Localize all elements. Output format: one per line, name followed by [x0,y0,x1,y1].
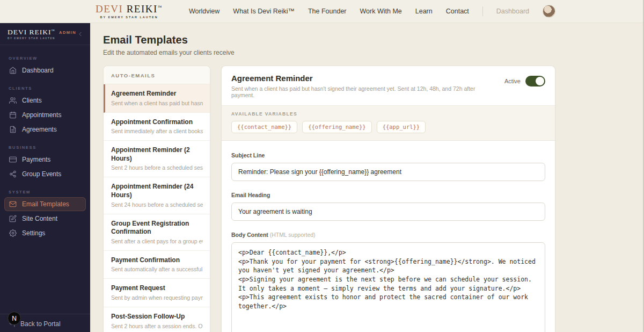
template-title: Agreement Reminder [111,90,203,98]
subject-line-input[interactable] [231,163,545,181]
site-logo-tagline: BY EMERY STAR LAUTEN [100,16,158,19]
template-item-payment-request[interactable]: Payment Request Sent by admin when reque… [104,279,210,307]
editor-description: Sent when a client has paid but hasn't s… [231,85,494,98]
sidebar-item-label: Settings [22,229,45,237]
sidebar-item-group-events[interactable]: Group Events [4,167,86,181]
editor-header: Agreement Reminder Sent when a client ha… [222,66,555,105]
sidebar-section-business: BUSINESS [9,145,82,150]
template-title: Group Event Registration Confirmation [111,220,203,236]
calendar-icon [9,111,17,119]
sidebar-section-system: SYSTEM [9,190,82,194]
variable-chip-offering-name[interactable]: {{offering_name}} [302,121,371,133]
site-logo[interactable]: DEVI REIKI™ BY EMERY STAR LAUTEN [96,4,163,19]
gear-icon [9,229,17,237]
template-editor-panel: Agreement Reminder Sent when a client ha… [221,66,555,332]
template-title: Appointment Confirmation [111,118,203,127]
auto-emails-header: AUTO-EMAILS [104,66,210,84]
sidebar-item-settings[interactable]: Settings [4,226,86,240]
nextjs-dev-badge[interactable]: N [8,312,21,325]
mail-icon [9,200,17,208]
sidebar-item-appointments[interactable]: Appointments [4,108,86,122]
sidebar-item-agreements[interactable]: Agreements [4,122,86,136]
active-toggle[interactable] [525,76,545,86]
sidebar-item-label: Email Templates [22,200,69,208]
template-desc: Sent 2 hours before a scheduled session. [111,164,203,171]
site-topbar: DEVI REIKI™ BY EMERY STAR LAUTEN Worldvi… [0,0,644,23]
template-title: Payment Confirmation [111,256,203,265]
sidebar-collapse-button[interactable] [77,31,84,38]
sidebar-item-label: Group Events [22,170,61,178]
template-item-agreement-reminder[interactable]: Agreement Reminder Sent when a client ha… [104,84,210,113]
credit-card-icon [9,156,17,163]
nav-what-is-devi-reiki[interactable]: What Is Devi Reiki™ [233,8,295,15]
available-variables-label: AVAILABLE VARIABLES [231,111,545,117]
sidebar-item-email-templates[interactable]: Email Templates [4,197,86,211]
email-heading-label: Email Heading [231,192,270,198]
share-icon [9,170,17,178]
nav-worldview[interactable]: Worldview [189,8,219,15]
sidebar-item-label: Clients [22,97,42,104]
sidebar-nav: OVERVIEW Dashboard CLIENTS Clients Appoi… [0,45,90,243]
template-item-payment-confirmation[interactable]: Payment Confirmation Sent automatically … [104,251,210,279]
user-avatar[interactable] [543,5,555,18]
site-nav: Worldview What Is Devi Reiki™ The Founde… [189,5,555,18]
nav-contact[interactable]: Contact [446,8,469,15]
toggle-knob [536,77,544,85]
subject-line-label: Subject Line [231,152,265,158]
nav-dashboard[interactable]: Dashboard [496,8,529,15]
body-content-hint: (HTML supported) [270,232,316,238]
nav-divider [482,6,483,16]
page-subtitle: Edit the automated emails your clients r… [103,49,555,56]
template-desc: Sent when a client has paid but hasn't… [111,100,203,106]
sidebar-item-label: Agreements [22,126,57,133]
email-heading-input[interactable] [231,203,545,221]
sidebar-logo-wordmark: DEVI REIKI™ [8,28,55,36]
body-content-textarea[interactable]: <p>Dear {{contact_name}},</p> <p>Thank y… [231,242,545,332]
chevron-left-icon [77,31,84,38]
template-item-appointment-reminder-2h[interactable]: Appointment Reminder (2 Hours) Sent 2 ho… [104,141,210,177]
template-title: Payment Request [111,284,203,293]
sidebar-item-label: Site Content [22,215,57,222]
sidebar-item-label: Payments [22,156,50,163]
available-variables-bar: AVAILABLE VARIABLES {{contact_name}} {{o… [222,105,555,141]
main-content: Email Templates Edit the automated email… [90,23,644,332]
template-title: Post-Session Follow-Up [111,313,203,321]
template-desc: Sent after a client pays for a group eve… [111,238,203,244]
template-item-group-event-registration[interactable]: Group Event Registration Confirmation Se… [104,214,210,251]
sidebar-item-dashboard[interactable]: Dashboard [4,63,86,77]
sidebar-item-payments[interactable]: Payments [4,153,86,167]
variable-chip-contact-name[interactable]: {{contact_name}} [231,121,297,133]
template-desc: Sent by admin when requesting payment… [111,294,203,301]
document-icon [9,126,17,133]
sidebar-item-site-content[interactable]: Site Content [4,212,86,226]
active-label: Active [504,78,521,84]
site-logo-wordmark: DEVI REIKI™ [96,4,163,14]
auto-emails-panel: AUTO-EMAILS Agreement Reminder Sent when… [103,66,210,332]
template-title: Appointment Reminder (2 Hours) [111,146,203,163]
edit-icon [9,215,17,222]
home-icon [9,67,17,74]
users-icon [9,97,17,104]
template-item-appointment-confirmation[interactable]: Appointment Confirmation Sent immediatel… [104,113,210,141]
nav-the-founder[interactable]: The Founder [308,8,347,15]
template-item-post-session-follow-up[interactable]: Post-Session Follow-Up Sent 2 hours afte… [104,307,210,332]
sidebar-item-clients[interactable]: Clients [4,93,86,107]
template-desc: Sent 24 hours before a scheduled session… [111,201,203,208]
nav-learn[interactable]: Learn [415,8,433,15]
template-item-appointment-reminder-24h[interactable]: Appointment Reminder (24 Hours) Sent 24 … [104,177,210,214]
sidebar-logo-tagline: BY EMERY STAR LAUTEN [8,37,55,40]
sidebar-section-overview: OVERVIEW [9,56,82,61]
editor-form: Subject Line Email Heading Body Content … [222,141,555,332]
body-content-label: Body Content (HTML supported) [231,232,316,238]
template-desc: Sent 2 hours after a session ends. Offer… [111,323,203,329]
variable-chip-app-url[interactable]: {{app_url}} [377,121,426,133]
sidebar-header: DEVI REIKI™ BY EMERY STAR LAUTEN ADMIN [0,23,90,45]
sidebar-section-clients: CLIENTS [9,86,82,91]
template-title: Appointment Reminder (24 Hours) [111,183,203,199]
back-to-portal-label: Back to Portal [20,320,61,328]
nav-work-with-me[interactable]: Work With Me [360,8,402,15]
sidebar-item-label: Dashboard [22,67,54,74]
template-desc: Sent immediately after a client books a… [111,128,203,134]
sidebar-logo[interactable]: DEVI REIKI™ BY EMERY STAR LAUTEN [8,28,55,40]
admin-sidebar: DEVI REIKI™ BY EMERY STAR LAUTEN ADMIN O… [0,23,90,332]
